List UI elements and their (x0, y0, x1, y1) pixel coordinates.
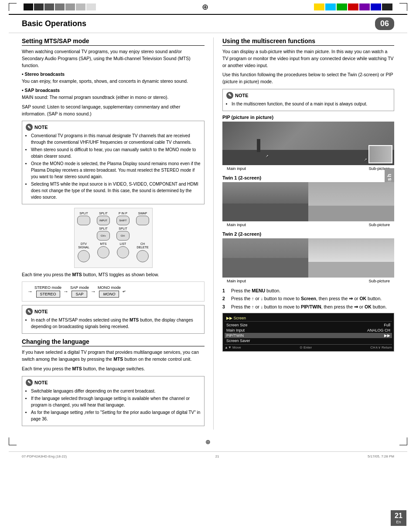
step-2-text: Press the ↑ or ↓ button to move to Scree… (231, 295, 382, 302)
change-lang-title: Changing the language (22, 338, 205, 346)
page-footer: 07-PDP42A3HD-Eng (18-22) 21 5/17/05, 7:2… (9, 451, 407, 461)
note-title-3: ✎ NOTE (26, 379, 201, 386)
note-item-3-2: If the language selected through languag… (31, 395, 201, 408)
section-multiscreen: Using the multiscreen functions You can … (222, 37, 394, 352)
mono-mode-label: MONO mode (98, 285, 121, 290)
mts-caption: Each time you press the MTS button, MTS … (22, 271, 205, 278)
corner-br (399, 437, 407, 445)
twin2-sub-label: Sub-picture (368, 278, 390, 283)
arrow-2: → (91, 288, 96, 295)
top-right-marks (314, 3, 407, 11)
step-1-num: 1 (222, 288, 228, 294)
note-icon-1: ✎ (26, 124, 33, 131)
page-title: Basic Operations (22, 19, 86, 28)
page: ⊕ Basic Operations 06 Setting (0, 0, 416, 532)
pip-labels: Main input Sub-picture (222, 166, 394, 171)
steps: 1 Press the MENU button. 2 Press the ↑ o… (222, 288, 394, 310)
sap-mode-label: SAP mode (70, 285, 89, 290)
sap-broadcasts-head: SAP broadcasts (22, 88, 205, 93)
top-registration-area: ⊕ (0, 0, 416, 14)
pip-main-label: Main input (227, 166, 246, 171)
stereo-mode-label: STEREO mode (34, 285, 61, 290)
sap-mode-box: SAP (72, 291, 87, 298)
osd-menu: ▶▶ Screen Screen SizeFull Main InputANAL… (222, 313, 394, 352)
note-item-r1-1: In the multiscreen function, the sound o… (232, 101, 390, 107)
corner-bl (9, 437, 17, 445)
pip-image: ↗ ↗ (222, 122, 394, 165)
multiscreen-intro1: You can display a sub-picture within the… (222, 48, 394, 69)
remote-diagram: SPLIT SPLIT INPUT P IN P SHIFT SWAP (74, 208, 153, 268)
osd-row-screen-size: Screen SizeFull (225, 322, 392, 328)
twin2-image (222, 238, 394, 278)
step-2: 2 Press the ↑ or ↓ button to move to Scr… (222, 295, 394, 302)
note-icon-3: ✎ (26, 379, 33, 386)
content-area: Setting MTS/SAP mode When watching conve… (9, 33, 407, 434)
section-change-lang: Changing the language If you have select… (22, 338, 205, 426)
green-chip (337, 3, 347, 10)
note-item-1-1: Conventional TV programs in this manual … (31, 132, 201, 146)
center-crosshair: ⊕ (202, 2, 208, 12)
pip-section: PIP (picture in picture) ↗ (222, 115, 394, 171)
osd-row-screen-saver: Screen Saver (225, 338, 392, 343)
twin1-section: Twin 1 (2-screen) Main input Su (222, 175, 394, 227)
top-left-marks (9, 3, 96, 11)
note-list-1: Conventional TV programs in this manual … (26, 132, 201, 200)
start-arrow: → (27, 288, 33, 295)
return-arrow: ↵ (123, 289, 126, 294)
red-chip (348, 3, 358, 10)
step-2-num: 2 (222, 295, 228, 302)
mts-sap-title: Setting MTS/SAP mode (22, 37, 205, 46)
sap-main-text: MAIN sound: The normal program soundtrac… (22, 94, 205, 101)
osd-footer: ▲▼ Move ⊙ Enter CH∧∨ Return (225, 344, 392, 349)
note-title-2: ✎ NOTE (26, 308, 201, 315)
mono-mode-col: MONO mode MONO (98, 285, 121, 298)
note-box-1: ✎ NOTE Conventional TV programs in this … (22, 121, 205, 204)
note-item-1-4: Selecting MTS while the input source is … (31, 181, 201, 200)
step-3: 3 Press the ↑ or ↓ button to move to PIP… (222, 304, 394, 310)
change-lang-intro: If you have selected a digital TV progra… (22, 349, 205, 363)
page-header: Basic Operations 06 (9, 14, 407, 33)
left-column: Setting MTS/SAP mode When watching conve… (22, 37, 214, 430)
twin1-labels: Main input Sub-picture (222, 222, 394, 227)
stereo-mode-box: STEREO (36, 291, 60, 298)
blue-chip (371, 3, 381, 10)
corner-tl (9, 3, 17, 11)
note-item-1-2: When stereo sound is difficult to hear, … (31, 146, 201, 159)
corner-tr (399, 3, 407, 11)
note-item-3-1: Switchable languages differ depending on… (31, 388, 201, 394)
arrow-1: → (63, 288, 68, 295)
mode-diagram: → STEREO mode STEREO → SAP mode SAP → MO… (22, 281, 205, 302)
bottom-reg-area: ⊕ (0, 436, 416, 447)
pip-title: PIP (picture in picture) (222, 115, 394, 120)
note-title-1: ✎ NOTE (26, 124, 201, 131)
page-number-box: 21 En (391, 510, 406, 526)
black-blocks (24, 3, 96, 10)
note-item-2-1: In each of the MTS/SAP modes selected us… (31, 317, 201, 330)
twin1-main-label: Main input (227, 222, 246, 227)
twin2-labels: Main input Sub-picture (222, 278, 394, 283)
step-1: 1 Press the MENU button. (222, 288, 394, 294)
note-box-2: ✎ NOTE In each of the MTS/SAP modes sele… (22, 305, 205, 334)
multiscreen-intro2: Use this function following the procedur… (222, 71, 394, 85)
note-icon-2: ✎ (26, 308, 33, 315)
footer-file: 07-PDP42A3HD-Eng (18-22) (22, 454, 67, 458)
color-chips (314, 3, 392, 10)
twin2-section: Twin 2 (2-screen) Main input Su (222, 231, 394, 283)
note-item-3-3: As for the language setting ,refer to "S… (31, 409, 201, 422)
sap-sound-text: SAP sound: Listen to second language, su… (22, 104, 205, 118)
note-item-1-3: Once the MONO mode is selected, the Plas… (31, 160, 201, 180)
mono-mode-box: MONO (99, 291, 119, 298)
mts-sap-intro: When watching conventional TV programs, … (22, 48, 205, 69)
sap-mode-col: SAP mode SAP (70, 285, 89, 298)
right-column: English Using the multiscreen functions … (214, 37, 394, 430)
note-list-3: Switchable languages differ depending on… (26, 388, 201, 422)
step-3-text: Press the ↑ or ↓ button to move to PIP/T… (231, 304, 387, 310)
change-lang-caption: Each time you press the MTS button, the … (22, 366, 205, 373)
purple-chip (359, 3, 370, 10)
step-3-num: 3 (222, 304, 228, 310)
dark-chip (382, 3, 392, 10)
cyan-chip (325, 3, 336, 10)
chapter-badge: 06 (375, 17, 394, 30)
twin2-title: Twin 2 (2-screen) (222, 231, 394, 237)
twin1-image (222, 182, 394, 221)
